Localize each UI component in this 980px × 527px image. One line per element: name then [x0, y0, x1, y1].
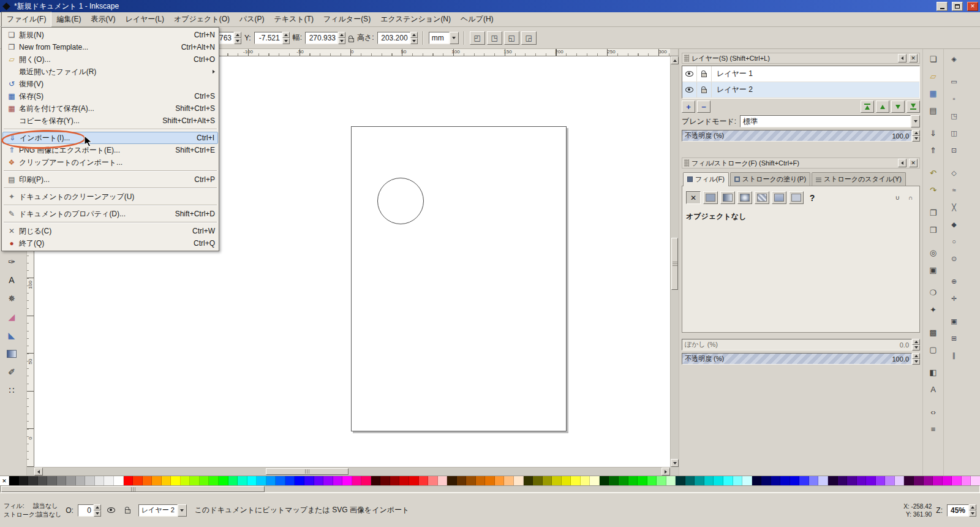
palette-swatch[interactable]: [895, 476, 905, 485]
file-menu-item-import-clipart[interactable]: ❖クリップアートのインポート...: [2, 156, 218, 169]
clone-button[interactable]: ✦: [925, 302, 941, 317]
layer-lock-toggle[interactable]: [697, 82, 712, 97]
palette-swatch[interactable]: [600, 476, 609, 485]
vscroll-track[interactable]: [671, 64, 679, 459]
menu-view[interactable]: 表示(V): [86, 12, 120, 26]
palette-swatch[interactable]: [399, 476, 409, 485]
height-value[interactable]: 203.200: [377, 32, 410, 44]
palette-swatch[interactable]: [314, 476, 324, 485]
palette-swatch[interactable]: [885, 476, 895, 485]
group-button[interactable]: ▩: [925, 325, 941, 339]
palette-swatch[interactable]: [85, 476, 95, 485]
snap-bbox-corner-button[interactable]: ◳: [946, 108, 962, 123]
palette-swatch[interactable]: [495, 476, 505, 485]
palette-swatch[interactable]: [962, 476, 971, 485]
layer-lower-button[interactable]: [891, 100, 905, 113]
palette-swatch[interactable]: [295, 476, 304, 485]
menu-filters[interactable]: フィルター(S): [318, 12, 375, 26]
scroll-down-button[interactable]: [671, 459, 679, 467]
tool-paint-bucket[interactable]: ◣: [3, 327, 20, 343]
palette-swatch[interactable]: [447, 476, 457, 485]
panel-close-button[interactable]: ✕: [909, 159, 918, 167]
palette-swatch[interactable]: [971, 476, 980, 485]
scroll-up-button[interactable]: [671, 56, 679, 64]
palette-swatch[interactable]: [790, 476, 800, 485]
palette-swatch[interactable]: [457, 476, 467, 485]
import-image-button[interactable]: ⇓: [925, 126, 941, 140]
palette-swatch[interactable]: [304, 476, 314, 485]
snap-object-center-button[interactable]: ⊕: [946, 274, 962, 289]
snap-intersection-button[interactable]: ╳: [946, 200, 962, 214]
tool-dropper[interactable]: ✐: [3, 364, 20, 380]
scale-stroke-button[interactable]: ◰: [470, 31, 485, 45]
linear-gradient-button[interactable]: [720, 191, 735, 204]
panel-collapse-button[interactable]: [898, 54, 907, 63]
layer-to-bottom-button[interactable]: [907, 100, 920, 113]
palette-swatch[interactable]: [219, 476, 228, 485]
palette-swatch[interactable]: [476, 476, 486, 485]
palette-swatch[interactable]: [323, 476, 333, 485]
palette-swatch[interactable]: [162, 476, 172, 485]
palette-swatch[interactable]: [733, 476, 743, 485]
fill-stroke-indicator[interactable]: フィル:該当なし ストローク:該当なし: [4, 502, 61, 519]
current-layer-combo[interactable]: レイヤー 2: [138, 504, 187, 517]
menu-edit[interactable]: 編集(E): [51, 12, 86, 26]
palette-swatch[interactable]: [133, 476, 143, 485]
palette-scrollbar[interactable]: [0, 485, 980, 493]
hscroll-track[interactable]: [43, 468, 662, 476]
palette-swatch[interactable]: [799, 476, 809, 485]
tab-fill[interactable]: フィル(F): [683, 172, 729, 186]
menu-help[interactable]: ヘルプ(H): [456, 12, 499, 26]
palette-swatch[interactable]: [9, 476, 19, 485]
zoom-page-button[interactable]: ▣: [925, 262, 941, 277]
palette-swatch[interactable]: [752, 476, 762, 485]
palette-swatch[interactable]: [533, 476, 543, 485]
duplicate-button[interactable]: ❍: [925, 285, 941, 300]
radial-gradient-button[interactable]: [737, 191, 752, 204]
palette-swatch[interactable]: [409, 476, 419, 485]
palette-swatch[interactable]: [28, 476, 38, 485]
palette-swatch[interactable]: [866, 476, 876, 485]
redo-button[interactable]: ↷: [925, 183, 941, 197]
palette-swatch[interactable]: [19, 476, 29, 485]
menu-object[interactable]: オブジェクト(O): [169, 12, 235, 26]
palette-swatch[interactable]: [247, 476, 257, 485]
snap-enable-button[interactable]: ◈: [946, 51, 962, 66]
layers-panel-header[interactable]: レイヤー(S) (Shift+Ctrl+L) ✕: [682, 53, 920, 64]
palette-swatch[interactable]: [66, 476, 76, 485]
palette-swatch[interactable]: [76, 476, 86, 485]
palette-swatch[interactable]: [190, 476, 200, 485]
canvas-circle[interactable]: [377, 178, 424, 224]
palette-swatch[interactable]: [124, 476, 134, 485]
menu-text[interactable]: テキスト(T): [270, 12, 318, 26]
layer-visibility-toggle[interactable]: [682, 66, 697, 82]
vscroll-thumb[interactable]: [671, 238, 678, 290]
palette-swatch[interactable]: [228, 476, 238, 485]
opacity-spin-arrows[interactable]: [912, 353, 920, 365]
fill-stroke-dialog-button[interactable]: ◧: [925, 365, 941, 379]
open-document-button[interactable]: ▱: [925, 69, 941, 83]
blur-spin-arrows[interactable]: [912, 339, 920, 351]
horizontal-scrollbar[interactable]: [34, 467, 670, 476]
menu-path[interactable]: パス(P): [235, 12, 270, 26]
layer-row[interactable]: レイヤー 1: [682, 66, 919, 82]
file-menu-item-save-as[interactable]: ▦名前を付けて保存(A)...Shift+Ctrl+S: [2, 102, 218, 115]
blend-dropdown-button[interactable]: [911, 115, 920, 127]
new-document-button[interactable]: ❏: [925, 51, 941, 66]
palette-swatch[interactable]: [143, 476, 153, 485]
palette-swatch[interactable]: [438, 476, 448, 485]
palette-swatch[interactable]: [238, 476, 247, 485]
palette-swatch[interactable]: [104, 476, 114, 485]
tool-text[interactable]: A: [3, 272, 20, 288]
palette-scroll-thumb[interactable]: [1, 486, 265, 492]
hscroll-thumb[interactable]: [266, 468, 349, 475]
palette-swatch[interactable]: [638, 476, 647, 485]
xml-editor-button[interactable]: ‹›: [925, 404, 941, 419]
fill-stroke-panel-header[interactable]: フィル/ストローク(F) (Shift+Ctrl+F) ✕: [682, 157, 920, 169]
print-document-button[interactable]: ▤: [925, 103, 941, 118]
tool-gradient[interactable]: [3, 346, 20, 362]
palette-swatch[interactable]: [695, 476, 704, 485]
snap-bbox-edge-mid-button[interactable]: ◫: [946, 126, 962, 140]
palette-swatch[interactable]: [57, 476, 67, 485]
palette-swatch[interactable]: [609, 476, 619, 485]
